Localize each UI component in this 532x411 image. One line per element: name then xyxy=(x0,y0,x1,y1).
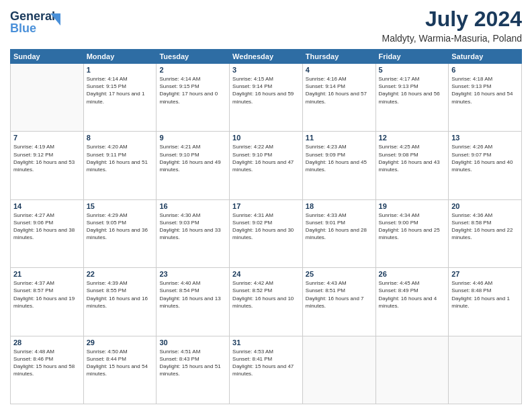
calendar-day-cell: 15Sunrise: 4:29 AMSunset: 9:05 PMDayligh… xyxy=(83,199,157,267)
day-number: 9 xyxy=(159,134,226,142)
day-info: Sunrise: 4:22 AMSunset: 9:10 PMDaylight:… xyxy=(232,143,300,173)
calendar-header-row: Sunday Monday Tuesday Wednesday Thursday… xyxy=(11,50,522,64)
day-number: 16 xyxy=(159,202,226,210)
calendar-day-cell: 14Sunrise: 4:27 AMSunset: 9:06 PMDayligh… xyxy=(11,199,84,267)
day-number: 26 xyxy=(379,270,446,278)
day-number: 28 xyxy=(13,338,81,347)
day-number: 24 xyxy=(232,270,300,278)
day-number: 22 xyxy=(87,270,154,278)
day-info: Sunrise: 4:26 AMSunset: 9:07 PMDaylight:… xyxy=(451,143,519,173)
day-info: Sunrise: 4:14 AMSunset: 9:15 PMDaylight:… xyxy=(87,75,154,105)
day-number: 8 xyxy=(87,134,154,142)
day-info: Sunrise: 4:36 AMSunset: 8:58 PMDaylight:… xyxy=(451,212,519,242)
col-thursday: Thursday xyxy=(302,50,375,64)
header: General Blue July 2024 Maldyty, Warmia-M… xyxy=(10,7,522,44)
day-number: 3 xyxy=(232,66,300,74)
day-info: Sunrise: 4:45 AMSunset: 8:49 PMDaylight:… xyxy=(379,279,446,310)
day-info: Sunrise: 4:29 AMSunset: 9:05 PMDaylight:… xyxy=(87,212,154,242)
calendar-day-cell: 5Sunrise: 4:17 AMSunset: 9:13 PMDaylight… xyxy=(375,64,449,132)
calendar-day-cell: 13Sunrise: 4:26 AMSunset: 9:07 PMDayligh… xyxy=(449,132,522,199)
day-number: 27 xyxy=(451,270,519,278)
day-info: Sunrise: 4:51 AMSunset: 8:43 PMDaylight:… xyxy=(159,348,226,378)
calendar-day-cell xyxy=(449,336,522,404)
day-number: 17 xyxy=(232,202,300,210)
calendar-day-cell: 26Sunrise: 4:45 AMSunset: 8:49 PMDayligh… xyxy=(375,268,449,336)
calendar-day-cell: 30Sunrise: 4:51 AMSunset: 8:43 PMDayligh… xyxy=(157,336,230,404)
calendar-day-cell: 9Sunrise: 4:21 AMSunset: 9:10 PMDaylight… xyxy=(157,132,230,199)
day-info: Sunrise: 4:48 AMSunset: 8:46 PMDaylight:… xyxy=(13,348,81,378)
svg-text:General: General xyxy=(10,9,55,23)
day-number: 7 xyxy=(13,134,81,142)
calendar-day-cell: 22Sunrise: 4:39 AMSunset: 8:55 PMDayligh… xyxy=(83,268,157,336)
svg-text:Blue: Blue xyxy=(10,21,36,35)
day-info: Sunrise: 4:40 AMSunset: 8:54 PMDaylight:… xyxy=(159,279,226,310)
calendar-day-cell: 6Sunrise: 4:18 AMSunset: 9:13 PMDaylight… xyxy=(449,64,522,132)
day-number: 2 xyxy=(159,66,226,74)
calendar-day-cell xyxy=(302,336,375,404)
calendar-day-cell: 3Sunrise: 4:15 AMSunset: 9:14 PMDaylight… xyxy=(230,64,303,132)
calendar-day-cell: 19Sunrise: 4:34 AMSunset: 9:00 PMDayligh… xyxy=(375,199,449,267)
day-info: Sunrise: 4:25 AMSunset: 9:08 PMDaylight:… xyxy=(379,143,446,173)
calendar-day-cell: 11Sunrise: 4:23 AMSunset: 9:09 PMDayligh… xyxy=(302,132,375,199)
calendar-day-cell: 8Sunrise: 4:20 AMSunset: 9:11 PMDaylight… xyxy=(83,132,157,199)
day-number: 13 xyxy=(451,134,519,142)
day-info: Sunrise: 4:39 AMSunset: 8:55 PMDaylight:… xyxy=(87,279,154,310)
day-info: Sunrise: 4:17 AMSunset: 9:13 PMDaylight:… xyxy=(379,75,446,105)
day-info: Sunrise: 4:16 AMSunset: 9:14 PMDaylight:… xyxy=(306,75,373,105)
day-number: 6 xyxy=(451,66,519,74)
day-number: 10 xyxy=(232,134,300,142)
day-info: Sunrise: 4:23 AMSunset: 9:09 PMDaylight:… xyxy=(306,143,373,173)
day-number: 14 xyxy=(13,202,81,210)
calendar-day-cell xyxy=(11,64,84,132)
calendar-week-row: 7Sunrise: 4:19 AMSunset: 9:12 PMDaylight… xyxy=(11,132,522,199)
calendar-day-cell: 7Sunrise: 4:19 AMSunset: 9:12 PMDaylight… xyxy=(11,132,84,199)
calendar-day-cell xyxy=(375,336,449,404)
calendar-week-row: 1Sunrise: 4:14 AMSunset: 9:15 PMDaylight… xyxy=(11,64,522,132)
calendar-day-cell: 12Sunrise: 4:25 AMSunset: 9:08 PMDayligh… xyxy=(375,132,449,199)
calendar-day-cell: 25Sunrise: 4:43 AMSunset: 8:51 PMDayligh… xyxy=(302,268,375,336)
day-info: Sunrise: 4:18 AMSunset: 9:13 PMDaylight:… xyxy=(451,75,519,105)
calendar-day-cell: 29Sunrise: 4:50 AMSunset: 8:44 PMDayligh… xyxy=(83,336,157,404)
day-number: 31 xyxy=(232,338,300,347)
calendar-day-cell: 24Sunrise: 4:42 AMSunset: 8:52 PMDayligh… xyxy=(230,268,303,336)
day-info: Sunrise: 4:19 AMSunset: 9:12 PMDaylight:… xyxy=(13,143,81,173)
calendar-day-cell: 27Sunrise: 4:46 AMSunset: 8:48 PMDayligh… xyxy=(449,268,522,336)
col-saturday: Saturday xyxy=(449,50,522,64)
day-number: 12 xyxy=(379,134,446,142)
calendar-day-cell: 16Sunrise: 4:30 AMSunset: 9:03 PMDayligh… xyxy=(157,199,230,267)
day-info: Sunrise: 4:37 AMSunset: 8:57 PMDaylight:… xyxy=(13,279,81,310)
day-info: Sunrise: 4:27 AMSunset: 9:06 PMDaylight:… xyxy=(13,212,81,242)
day-info: Sunrise: 4:34 AMSunset: 9:00 PMDaylight:… xyxy=(379,212,446,242)
day-number: 18 xyxy=(306,202,373,210)
day-number: 15 xyxy=(87,202,154,210)
page: General Blue July 2024 Maldyty, Warmia-M… xyxy=(0,0,532,411)
location-subtitle: Maldyty, Warmia-Masuria, Poland xyxy=(382,33,522,44)
day-number: 4 xyxy=(306,66,373,74)
logo: General Blue xyxy=(10,7,71,39)
calendar-week-row: 21Sunrise: 4:37 AMSunset: 8:57 PMDayligh… xyxy=(11,268,522,336)
calendar-day-cell: 1Sunrise: 4:14 AMSunset: 9:15 PMDaylight… xyxy=(83,64,157,132)
calendar-table: Sunday Monday Tuesday Wednesday Thursday… xyxy=(10,49,522,404)
col-wednesday: Wednesday xyxy=(230,50,303,64)
col-monday: Monday xyxy=(83,50,157,64)
col-tuesday: Tuesday xyxy=(157,50,230,64)
day-info: Sunrise: 4:30 AMSunset: 9:03 PMDaylight:… xyxy=(159,212,226,242)
calendar-day-cell: 20Sunrise: 4:36 AMSunset: 8:58 PMDayligh… xyxy=(449,199,522,267)
calendar-day-cell: 21Sunrise: 4:37 AMSunset: 8:57 PMDayligh… xyxy=(11,268,84,336)
day-info: Sunrise: 4:33 AMSunset: 9:01 PMDaylight:… xyxy=(306,212,373,242)
day-number: 30 xyxy=(159,338,226,347)
day-number: 23 xyxy=(159,270,226,278)
day-number: 1 xyxy=(87,66,154,74)
day-info: Sunrise: 4:20 AMSunset: 9:11 PMDaylight:… xyxy=(87,143,154,173)
calendar-week-row: 14Sunrise: 4:27 AMSunset: 9:06 PMDayligh… xyxy=(11,199,522,267)
col-friday: Friday xyxy=(375,50,449,64)
day-info: Sunrise: 4:31 AMSunset: 9:02 PMDaylight:… xyxy=(232,212,300,242)
calendar-day-cell: 4Sunrise: 4:16 AMSunset: 9:14 PMDaylight… xyxy=(302,64,375,132)
day-number: 5 xyxy=(379,66,446,74)
calendar-week-row: 28Sunrise: 4:48 AMSunset: 8:46 PMDayligh… xyxy=(11,336,522,404)
calendar-day-cell: 18Sunrise: 4:33 AMSunset: 9:01 PMDayligh… xyxy=(302,199,375,267)
day-number: 21 xyxy=(13,270,81,278)
calendar-day-cell: 2Sunrise: 4:14 AMSunset: 9:15 PMDaylight… xyxy=(157,64,230,132)
title-block: July 2024 Maldyty, Warmia-Masuria, Polan… xyxy=(382,7,522,44)
day-info: Sunrise: 4:15 AMSunset: 9:14 PMDaylight:… xyxy=(232,75,300,105)
